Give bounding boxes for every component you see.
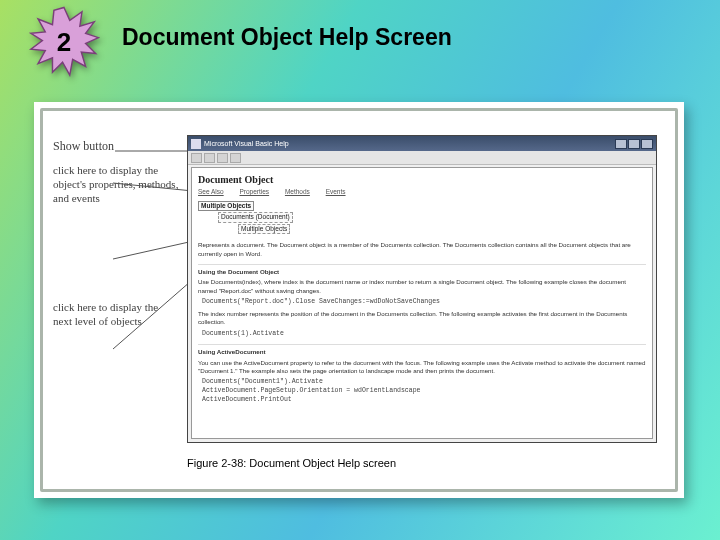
slide-title: Document Object Help Screen [122, 24, 452, 51]
app-icon [191, 139, 201, 149]
help-body-text: Represents a document. The Document obje… [198, 241, 646, 404]
section-using-title: Using the Document Object [198, 264, 646, 276]
figure-frame: Show button click here to display the ob… [34, 102, 684, 498]
window-title: Microsoft Visual Basic Help [204, 140, 615, 147]
section-active-title: Using ActiveDocument [198, 344, 646, 356]
annotation-properties: click here to display the object's prope… [53, 164, 179, 205]
maximize-button[interactable] [628, 139, 640, 149]
minimize-button[interactable] [615, 139, 627, 149]
link-properties[interactable]: Properties [239, 188, 269, 195]
active-paragraph: You can use the ActiveDocument property … [198, 359, 646, 376]
help-topic-title: Document Object [198, 174, 646, 185]
show-button[interactable] [191, 153, 202, 163]
help-content-pane: Document Object See Also Properties Meth… [191, 167, 653, 439]
toolbar-button[interactable] [204, 153, 215, 163]
using-paragraph: Use Documents(index), where index is the… [198, 278, 646, 295]
link-see-also[interactable]: See Also [198, 188, 224, 195]
toolbar-button[interactable] [217, 153, 228, 163]
code-active: Documents("Document1").Activate ActiveDo… [202, 378, 646, 404]
link-methods[interactable]: Methods [285, 188, 310, 195]
code-activate: Documents(1).Activate [202, 330, 646, 339]
help-toolbar [188, 151, 656, 165]
presentation-slide: 2 Document Object Help Screen Show butto… [0, 0, 720, 540]
intro-paragraph: Represents a document. The Document obje… [198, 241, 646, 258]
close-button[interactable] [641, 139, 653, 149]
figure-inner: Show button click here to display the ob… [40, 108, 678, 492]
step-badge: 2 [28, 6, 100, 78]
help-window: Microsoft Visual Basic Help Document Obj… [187, 135, 657, 443]
annotation-show-button: Show button [53, 139, 179, 154]
tree-node-root[interactable]: Multiple Objects [198, 201, 254, 211]
index-paragraph: The index number represents the position… [198, 310, 646, 327]
code-close: Documents("Report.doc").Close SaveChange… [202, 298, 646, 307]
help-nav-links: See Also Properties Methods Events [198, 188, 646, 195]
annotation-column: Show button click here to display the ob… [53, 135, 179, 329]
toolbar-button[interactable] [230, 153, 241, 163]
link-events[interactable]: Events [326, 188, 346, 195]
tree-node-child[interactable]: Multiple Objects [238, 224, 290, 234]
step-number: 2 [28, 6, 100, 78]
figure-caption: Figure 2-38: Document Object Help screen [187, 457, 396, 469]
titlebar: Microsoft Visual Basic Help [188, 136, 656, 151]
object-tree: Multiple Objects Documents (Document) Mu… [198, 201, 646, 235]
tree-node-documents[interactable]: Documents (Document) [218, 212, 293, 222]
annotation-next-level: click here to display the next level of … [53, 301, 179, 329]
